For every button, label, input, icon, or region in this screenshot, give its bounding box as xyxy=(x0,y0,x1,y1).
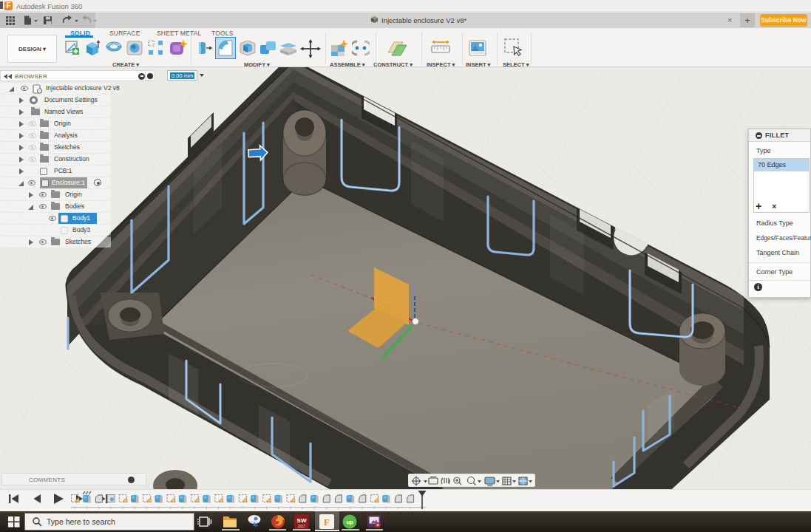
svg-text:SW: SW xyxy=(297,517,307,524)
svg-text:F: F xyxy=(324,516,330,528)
svg-text:up: up xyxy=(346,519,353,525)
svg-text:2017: 2017 xyxy=(298,525,306,528)
